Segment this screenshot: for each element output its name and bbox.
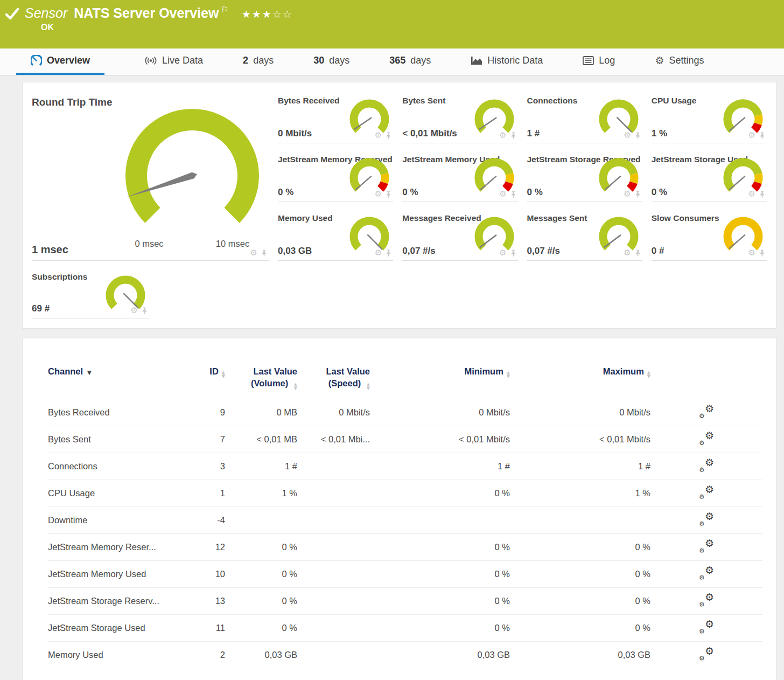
channel-settings-button[interactable]: ⚙⚙ (699, 567, 714, 580)
gauge-cell-memory-used: Memory Used0,03 GB⚙ (278, 210, 393, 261)
tab-number: 365 (389, 55, 405, 66)
pin-icon[interactable] (759, 249, 766, 257)
table-row: JetStream Storage Reserv...130 %0 %0 %⚙⚙ (48, 588, 762, 615)
column-header-last-value[interactable]: Last Value(Speed) ▲▼ (297, 365, 370, 399)
gear-icon[interactable]: ⚙ (499, 131, 506, 140)
gauge-actions: ⚙ (748, 131, 766, 140)
channel-settings-button[interactable]: ⚙⚙ (699, 432, 714, 445)
pin-icon[interactable] (634, 132, 641, 140)
gauge-value: 0,07 #/s (402, 246, 435, 256)
tab-historic-data[interactable]: Historic Data (471, 48, 543, 75)
sort-desc-icon[interactable]: ▼ (87, 370, 92, 376)
gauge-value: 1 # (527, 128, 540, 139)
tab-365-days[interactable]: 365days (389, 48, 431, 75)
pin-icon[interactable] (510, 191, 517, 198)
channel-value: 7 (200, 426, 225, 453)
gauge-actions: ⚙ (624, 131, 641, 140)
pin-icon[interactable] (759, 191, 766, 198)
pin-icon[interactable] (261, 249, 268, 257)
gear-icon[interactable]: ⚙ (131, 307, 138, 315)
channel-settings-button[interactable]: ⚙⚙ (699, 594, 714, 607)
priority-flag-icon[interactable]: ⚐ (221, 4, 228, 15)
channel-name[interactable]: Bytes Sent (48, 426, 200, 453)
channel-settings-button[interactable]: ⚙⚙ (699, 648, 714, 661)
gear-icon[interactable]: ⚙ (375, 190, 382, 198)
pin-icon[interactable] (510, 249, 517, 257)
column-header-maximum[interactable]: Maximum▲▼ (510, 365, 650, 399)
channel-value: 13 (200, 588, 225, 615)
tab-label: Overview (47, 55, 90, 66)
tab-settings[interactable]: ⚙Settings (655, 48, 704, 75)
sort-arrows-icon[interactable]: ▲▼ (647, 371, 650, 378)
channel-value: 0 % (370, 588, 510, 615)
column-header-last-value[interactable]: Last Value(Volume) ▲▼ (225, 365, 297, 399)
gear-icon[interactable]: ⚙ (624, 249, 631, 257)
channel-value: 0 Mbit/s (370, 399, 510, 426)
pin-icon[interactable] (385, 191, 392, 198)
pin-icon[interactable] (385, 132, 392, 140)
channel-value (297, 642, 370, 669)
gauge-value: 0 Mbit/s (278, 128, 312, 139)
gauge-grid: Round Trip Time0 msec10 msec1 msec⚙Bytes… (23, 82, 776, 318)
gear-icon[interactable]: ⚙ (375, 249, 382, 257)
column-header-id[interactable]: ID▲▼ (200, 365, 225, 399)
gauge-actions: ⚙ (499, 131, 516, 140)
gear-icon[interactable]: ⚙ (499, 249, 506, 257)
channel-value: 1 % (510, 480, 650, 507)
channel-settings-button[interactable]: ⚙⚙ (699, 405, 714, 418)
gear-icon[interactable]: ⚙ (499, 190, 506, 198)
channel-name[interactable]: Memory Used (48, 642, 200, 669)
channel-value: 9 (200, 399, 225, 426)
pin-icon[interactable] (634, 249, 641, 257)
channel-name[interactable]: JetStream Memory Used (48, 561, 200, 588)
gauge-value: 0 # (652, 246, 664, 256)
tab-label: Historic Data (487, 55, 543, 66)
channel-settings-button[interactable]: ⚙⚙ (699, 540, 714, 553)
tab-2-days[interactable]: 2days (243, 48, 274, 75)
priority-stars[interactable]: ★★★☆☆ (242, 8, 293, 20)
sort-arrows-icon[interactable]: ▲▼ (222, 371, 225, 378)
channel-settings-button[interactable]: ⚙⚙ (699, 621, 714, 634)
channel-value: 0 % (225, 561, 297, 588)
channel-name[interactable]: Downtime (48, 507, 200, 534)
pin-icon[interactable] (510, 132, 517, 140)
column-header-minimum[interactable]: Minimum▲▼ (370, 365, 510, 399)
channel-name[interactable]: CPU Usage (48, 480, 200, 507)
channel-settings-button[interactable]: ⚙⚙ (699, 513, 714, 526)
tab-30-days[interactable]: 30days (313, 48, 349, 75)
gear-icon[interactable]: ⚙ (748, 190, 755, 198)
sort-arrows-icon[interactable]: ▲▼ (507, 371, 510, 378)
sort-arrows-icon[interactable]: ▲▼ (294, 383, 297, 390)
channel-name[interactable]: JetStream Memory Reser... (48, 534, 200, 561)
gear-icon[interactable]: ⚙ (250, 249, 257, 257)
channel-name[interactable]: JetStream Storage Used (48, 615, 200, 642)
gauge-cell-cpu-usage: CPU Usage1 %⚙ (652, 92, 767, 143)
table-row: JetStream Memory Used100 %0 %0 %⚙⚙ (48, 561, 762, 588)
gauge-cell-slow-consumers: Slow Consumers0 #⚙ (652, 210, 767, 261)
tab-number: 2 (243, 55, 248, 66)
channel-settings-button[interactable]: ⚙⚙ (699, 486, 714, 499)
channel-value: 0 % (370, 480, 510, 507)
tab-label: Settings (669, 55, 704, 66)
tab-live-data[interactable]: Live Data (144, 48, 203, 75)
gear-icon[interactable]: ⚙ (748, 131, 755, 140)
pin-icon[interactable] (759, 132, 766, 140)
tab-log[interactable]: Log (583, 48, 615, 75)
column-header-channel[interactable]: Channel▼ (48, 365, 200, 399)
gauge-cell-bytes-sent: Bytes Sent< 0,01 Mbit/s⚙ (402, 92, 517, 143)
gear-icon[interactable]: ⚙ (624, 131, 631, 140)
tab-overview[interactable]: Overview (16, 48, 104, 75)
gear-icon[interactable]: ⚙ (624, 190, 631, 198)
gear-icon[interactable]: ⚙ (375, 131, 382, 140)
pin-icon[interactable] (634, 191, 641, 198)
pin-icon[interactable] (385, 249, 392, 257)
sort-arrows-icon[interactable]: ▲▼ (367, 383, 370, 390)
channel-name[interactable]: Bytes Received (48, 399, 200, 426)
channel-name[interactable]: JetStream Storage Reserv... (48, 588, 200, 615)
channel-value: 0 % (510, 615, 650, 642)
channel-name[interactable]: Connections (48, 453, 200, 480)
gear-icon[interactable]: ⚙ (748, 249, 755, 257)
pin-icon[interactable] (141, 307, 148, 315)
channel-settings-button[interactable]: ⚙⚙ (699, 459, 714, 472)
channels-table: Channel▼ID▲▼Last Value(Volume) ▲▼Last Va… (48, 365, 762, 668)
